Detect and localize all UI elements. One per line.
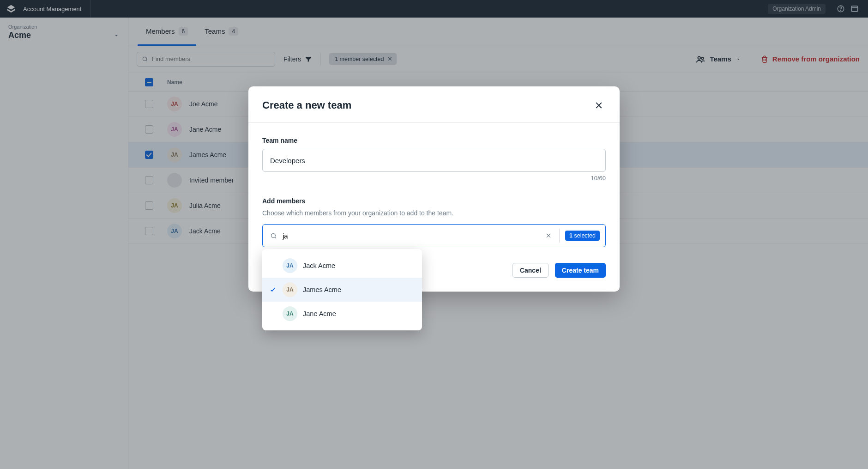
modal-overlay: Create a new team Team name 10/60 Add me… [0, 0, 868, 469]
avatar: JA [283, 258, 297, 273]
team-name-label: Team name [262, 137, 606, 144]
search-icon [270, 232, 277, 239]
suggestion-item[interactable]: JAJames Acme [262, 278, 422, 302]
suggestion-name: Jack Acme [303, 262, 335, 269]
team-name-counter: 10/60 [262, 175, 606, 182]
suggestion-name: James Acme [303, 286, 341, 293]
suggestion-item[interactable]: JAJane Acme [262, 302, 422, 326]
suggestion-name: Jane Acme [303, 310, 336, 317]
add-members-label: Add members [262, 197, 606, 205]
add-members-hint: Choose which members from your organizat… [262, 209, 606, 217]
close-icon[interactable] [592, 98, 606, 112]
member-suggestions: JAJack AcmeJAJames AcmeJAJane Acme [262, 249, 422, 330]
suggestion-item[interactable]: JAJack Acme [262, 254, 422, 278]
team-name-input[interactable] [262, 149, 606, 172]
create-team-modal: Create a new team Team name 10/60 Add me… [248, 86, 620, 292]
svg-point-6 [271, 233, 276, 238]
member-search[interactable]: 1 selected [262, 224, 606, 247]
modal-title: Create a new team [262, 99, 351, 111]
create-team-button[interactable]: Create team [555, 263, 606, 278]
avatar: JA [283, 282, 297, 297]
avatar: JA [283, 306, 297, 321]
selected-count-pill: 1 selected [565, 231, 600, 241]
cancel-button[interactable]: Cancel [512, 263, 549, 278]
member-search-input[interactable] [283, 232, 538, 240]
search-divider [559, 229, 560, 243]
clear-search-icon[interactable] [543, 232, 554, 239]
check-icon [269, 286, 277, 293]
